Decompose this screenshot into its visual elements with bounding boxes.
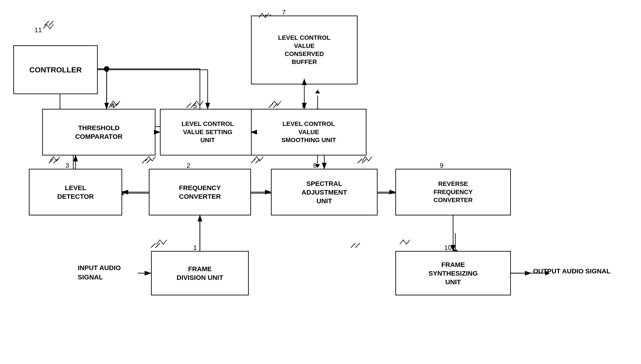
- svg-line-14: [251, 159, 256, 163]
- controller-block: CONTROLLER: [13, 45, 98, 94]
- svg-line-11: [53, 159, 58, 163]
- threshold-comparator-block: THRESHOLD COMPARATOR: [42, 109, 156, 156]
- reverse-freq-block: REVERSE FREQUENCY CONVERTER: [395, 169, 511, 216]
- level-detector-block: LEVEL DETECTOR: [29, 169, 122, 216]
- level-control-smooth-block: LEVEL CONTROL VALUE SMOOTHING UNIT: [251, 109, 366, 156]
- svg-line-10: [49, 159, 53, 163]
- diagram: CONTROLLER 11 THRESHOLD COMPARATOR 4 LEV…: [0, 0, 641, 364]
- svg-line-8: [269, 103, 273, 108]
- svg-line-16: [358, 159, 362, 163]
- spectral-adj-block: SPECTRAL ADJUSTMENT UNIT: [271, 169, 378, 216]
- frame-synth-block: FRAME SYNTHESIZING UNIT: [395, 251, 511, 296]
- ref-controller: 11: [34, 26, 42, 34]
- svg-line-13: [146, 159, 151, 163]
- input-audio-label: INPUT AUDIO SIGNAL: [78, 263, 121, 282]
- svg-line-15: [256, 159, 260, 163]
- level-control-buffer-block: LEVEL CONTROL VALUE CONSERVED BUFFER: [251, 16, 358, 84]
- freq-converter-block: FREQUENCY CONVERTER: [149, 169, 251, 216]
- ref-frame-division: 1: [193, 244, 197, 252]
- ref-smooth: 6: [302, 102, 306, 110]
- svg-line-12: [142, 159, 146, 163]
- svg-line-19: [156, 243, 160, 248]
- ref-level-control5: 5: [193, 102, 197, 110]
- ref-buffer: 7: [282, 8, 286, 16]
- svg-line-20: [351, 243, 355, 248]
- svg-point-26: [104, 66, 109, 72]
- svg-line-9: [273, 103, 278, 108]
- output-audio-label: OUTPUT AUDIO SIGNAL: [533, 266, 610, 276]
- ref-reverse-freq: 9: [440, 162, 444, 169]
- ref-freq-converter: 2: [186, 162, 190, 169]
- svg-marker-38: [316, 90, 320, 93]
- frame-division-block: FRAME DIVISION UNIT: [151, 251, 249, 296]
- svg-line-1: [49, 21, 53, 26]
- ref-threshold: 4: [111, 102, 115, 110]
- svg-line-17: [362, 159, 366, 163]
- svg-line-0: [44, 21, 49, 26]
- svg-line-21: [355, 243, 360, 248]
- svg-line-18: [151, 243, 156, 248]
- ref-spectral: 8: [313, 162, 317, 169]
- level-control-setting-block: LEVEL CONTROL VALUE SETTING UNIT: [160, 109, 256, 156]
- ref-level-detector: 3: [66, 162, 69, 169]
- svg-line-4: [186, 103, 191, 108]
- ref-frame-synth: 10: [444, 244, 452, 252]
